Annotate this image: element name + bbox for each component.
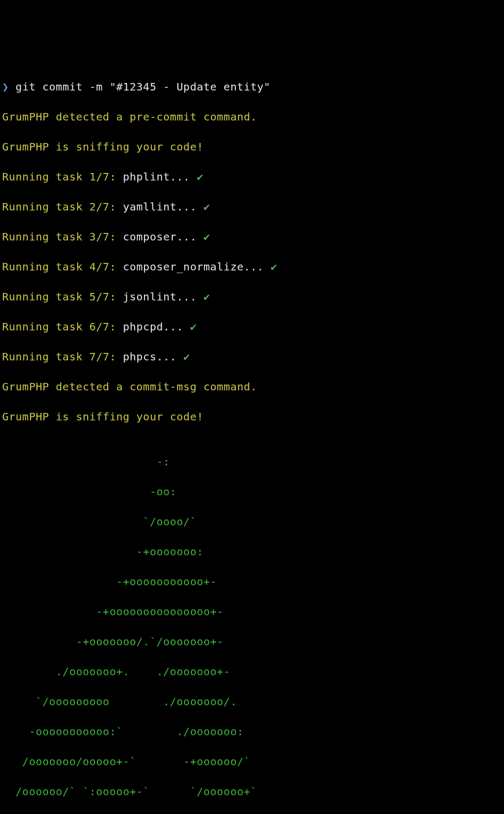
task-row: Running task 2/7: yamllint... ✔ [2,199,502,214]
grumphp-precommit-message: GrumPHP detected a pre-commit command. [2,109,502,124]
ascii-line: -+ooooooooooooooo+- [2,604,502,619]
task-row: Running task 3/7: composer... ✔ [2,229,502,244]
task-name: phplint... [116,170,197,183]
task-prefix: Running task 7/7: [2,350,116,363]
check-icon: ✔ [203,230,210,243]
grumphp-sniffing-message-2: GrumPHP is sniffing your code! [2,409,502,424]
ascii-line: -: [2,454,502,469]
ascii-line: -ooooooooooo:` ./ooooooo: [2,724,502,739]
ascii-art-success: -: -oo: `/oooo/` -+ooooooo: -+oooooooooo… [2,439,502,814]
ascii-line: `/ooooooooo ./ooooooo/. [2,694,502,709]
task-row: Running task 1/7: phplint... ✔ [2,169,502,184]
task-name: jsonlint... [116,290,203,303]
git-command: git commit -m "#12345 - Update entity" [9,80,271,93]
task-row: Running task 4/7: composer_normalize... … [2,259,502,274]
grumphp-commitmsg-message: GrumPHP detected a commit-msg command. [2,379,502,394]
ascii-line: -+ooooooo: [2,544,502,559]
task-name: composer... [116,230,203,243]
ascii-line: /ooooooo/ooooo+-` -+oooooo/` [2,754,502,769]
check-icon: ✔ [190,320,197,333]
task-row: Running task 7/7: phpcs... ✔ [2,349,502,364]
ascii-line: -+ooooooo/.`/ooooooo+- [2,634,502,649]
ascii-line: ./ooooooo+. ./ooooooo+- [2,664,502,679]
check-icon: ✔ [203,200,210,213]
terminal-output: ❯ git commit -m "#12345 - Update entity"… [2,64,502,814]
task-name: phpcs... [116,350,183,363]
prompt-symbol: ❯ [2,80,9,93]
task-prefix: Running task 1/7: [2,170,116,183]
ascii-line: -oo: [2,484,502,499]
grumphp-sniffing-message: GrumPHP is sniffing your code! [2,139,502,154]
ascii-line: -+ooooooooooo+- [2,574,502,589]
ascii-line: /oooooo/` `:ooooo+-` `/oooooo+` [2,784,502,799]
check-icon: ✔ [271,260,278,273]
task-name: composer_normalize... [116,260,270,273]
check-icon: ✔ [197,170,204,183]
task-row: Running task 5/7: jsonlint... ✔ [2,289,502,304]
task-prefix: Running task 6/7: [2,320,116,333]
ascii-line: `/oooo/` [2,514,502,529]
task-row: Running task 6/7: phpcpd... ✔ [2,319,502,334]
task-prefix: Running task 3/7: [2,230,116,243]
task-name: yamllint... [116,200,203,213]
check-icon: ✔ [203,290,210,303]
task-prefix: Running task 5/7: [2,290,116,303]
command-prompt-line[interactable]: ❯ git commit -m "#12345 - Update entity" [2,79,502,94]
task-prefix: Running task 2/7: [2,200,116,213]
task-name: phpcpd... [116,320,190,333]
task-prefix: Running task 4/7: [2,260,116,273]
check-icon: ✔ [184,350,190,363]
